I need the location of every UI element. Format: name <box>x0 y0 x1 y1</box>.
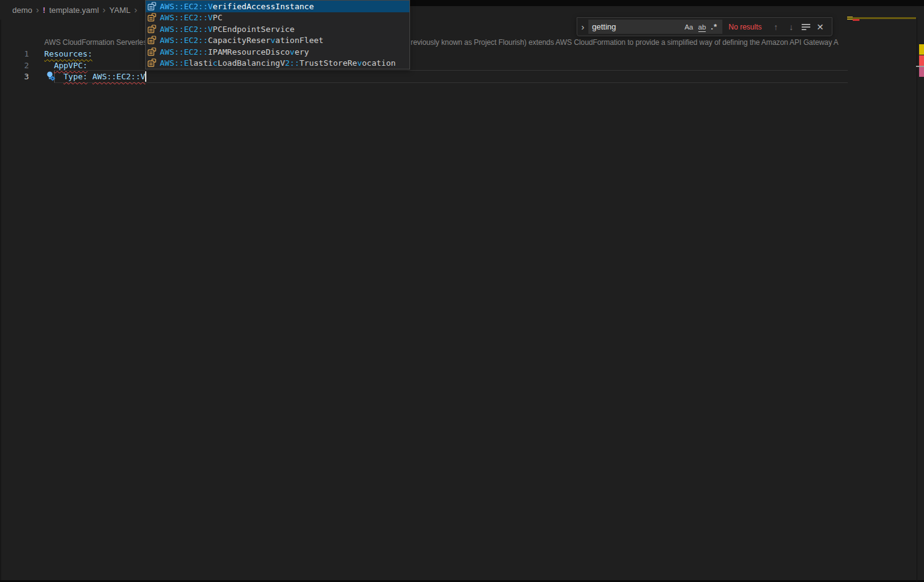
suggestion-text: erifiedAccessInstance <box>213 2 314 11</box>
suggestion-match-text: 2:: <box>285 58 299 68</box>
suggestion-item-aws-elasticloadbalancingv2-truststorerevocation[interactable]: AWS::ElasticLoadBalancingV2::TrustStoreR… <box>146 58 409 69</box>
suggestion-item-aws-ec2-ipamresourcediscovery[interactable]: AWS::EC2::IPAMResourceDiscovery <box>146 46 409 58</box>
find-widget: › Aa ab .* No results ↑ ↓ ✕ <box>577 17 832 36</box>
resource-symbol-icon <box>148 13 157 22</box>
suggestion-text: lasti <box>189 58 213 68</box>
code-action-lightbulb-icon[interactable] <box>45 71 55 81</box>
schema-doc-hint-left: AWS CloudFormation Serverles <box>44 38 145 47</box>
suggestion-match-text: v <box>357 58 362 68</box>
suggestion-match-text: v <box>270 36 275 45</box>
suggestion-text: LoadBalancing <box>218 58 280 68</box>
resource-symbol-icon <box>148 25 157 34</box>
suggestion-match-text: AWS::E <box>160 58 189 68</box>
current-line-highlight <box>54 70 848 83</box>
suggestion-match-text: AWS::EC2::V <box>160 25 213 34</box>
resource-symbol-icon <box>148 58 157 68</box>
suggestion-text: CapacityReser <box>208 36 270 45</box>
find-input[interactable] <box>588 22 684 31</box>
toggle-replace-button[interactable]: › <box>577 18 588 36</box>
suggestion-text: V <box>280 58 285 68</box>
previous-match-button[interactable]: ↑ <box>770 22 782 32</box>
line-number-2: 2 <box>0 60 29 71</box>
code-line-1[interactable]: Resources: <box>44 48 92 60</box>
find-in-selection-icon[interactable] <box>802 23 811 31</box>
suggestion-match-text: v <box>290 47 294 57</box>
yaml-token: AWS::EC2::V <box>92 72 145 81</box>
suggestion-text: PCEndpointService <box>213 25 294 34</box>
suggestion-match-text: AWS::EC2:: <box>160 47 208 57</box>
whole-word-label: ab <box>698 23 706 32</box>
suggestion-match-text: c <box>213 58 218 68</box>
yaml-token: AppVPC: <box>54 61 88 70</box>
line-number-3: 3 <box>0 71 29 82</box>
chevron-right-icon: › <box>36 5 39 14</box>
yaml-token: Type: <box>63 72 87 81</box>
resource-symbol-icon <box>148 2 157 11</box>
suggestion-item-aws-ec2-capacityreservationfleet[interactable]: AWS::EC2::CapacityReservationFleet <box>146 35 409 47</box>
resource-symbol-icon <box>148 36 157 45</box>
editor-pane[interactable]: AWS CloudFormation Serverles reviously k… <box>0 0 924 582</box>
whole-word-toggle[interactable]: ab <box>698 23 706 31</box>
suggestion-match-text: AWS::EC2::V <box>160 13 213 22</box>
next-match-button[interactable]: ↓ <box>785 22 797 32</box>
code-line-3[interactable]: Type: AWS::EC2::V <box>63 71 145 82</box>
close-find-icon[interactable]: ✕ <box>814 22 826 32</box>
suggestion-item-aws-ec2-vpcendpointservice[interactable]: AWS::EC2::VPCEndpointService <box>146 23 409 35</box>
breadcrumb-item-demo[interactable]: demo <box>12 6 33 15</box>
yaml-token: Resources: <box>44 49 92 58</box>
suggestion-item-aws-ec2-verifiedaccessinstance[interactable]: AWS::EC2::VerifiedAccessInstance <box>146 1 409 12</box>
regex-toggle[interactable]: .* <box>711 22 717 31</box>
suggestion-text: IPAMResourceDisco <box>208 47 290 57</box>
suggest-widget: AWS::EC2::VerifiedAccessInstanceAWS::EC2… <box>145 0 410 69</box>
yaml-file-icon: ! <box>43 6 45 15</box>
find-results-status: No results <box>729 23 767 31</box>
find-input-box: Aa ab .* <box>588 20 722 34</box>
line-number-1: 1 <box>0 48 29 60</box>
resource-symbol-icon <box>148 47 157 57</box>
suggestion-text: TrustStoreRe <box>299 58 357 68</box>
chevron-right-icon: › <box>103 5 106 14</box>
code-line-2[interactable]: AppVPC: <box>54 60 88 71</box>
suggestion-match-text: AWS::EC2:: <box>160 36 208 45</box>
suggestion-text: ocation <box>362 58 396 68</box>
chevron-right-icon: › <box>134 5 137 14</box>
text-cursor <box>145 71 146 82</box>
suggestion-text: PC <box>213 13 223 22</box>
suggestion-text: ery <box>294 47 309 57</box>
suggestion-item-aws-ec2-vpc[interactable]: AWS::EC2::VPC <box>146 12 409 24</box>
schema-doc-hint-right: reviously known as Project Flourish) ext… <box>411 38 842 47</box>
match-case-toggle[interactable]: Aa <box>684 23 693 31</box>
suggestion-text: ationFleet <box>275 36 323 45</box>
suggestion-match-text: AWS::EC2::V <box>160 2 213 11</box>
breadcrumb-item-yaml[interactable]: YAML <box>109 6 130 15</box>
breadcrumb-item-template-yaml[interactable]: template.yaml <box>49 6 99 15</box>
